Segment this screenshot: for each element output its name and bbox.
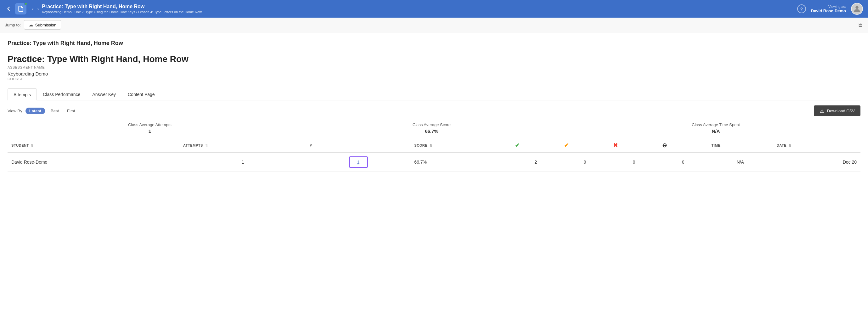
table-header: STUDENT ⇅ ATTEMPTS ⇅ # SCORE ⇅ ✔ <box>7 139 861 152</box>
stats-row: Class Average Attempts 1 Class Average S… <box>7 122 861 134</box>
help-button[interactable]: ? <box>797 4 806 13</box>
tabs: Attempts Class Performance Answer Key Co… <box>7 89 861 100</box>
th-attempts: ATTEMPTS ⇅ <box>179 139 306 152</box>
tab-content-page[interactable]: Content Page <box>122 89 161 100</box>
view-by-label: View By <box>7 108 22 113</box>
download-icon <box>819 108 825 113</box>
jump-right: 🖥 <box>857 22 863 28</box>
sort-arrow-attempts[interactable]: ⇅ <box>205 144 208 147</box>
view-by-first[interactable]: First <box>64 108 78 114</box>
jump-to-label: Jump to: <box>5 23 21 27</box>
submission-label: Submission <box>35 23 56 27</box>
view-by-row: View By Latest Best First Download CSV <box>7 105 861 116</box>
td-wrong: 0 <box>609 152 658 172</box>
user-name: David Rose-Demo <box>811 8 846 13</box>
td-time: N/A <box>708 152 773 172</box>
wrong-x-icon: ✖ <box>613 142 618 149</box>
th-hash: # <box>306 139 411 152</box>
td-partial: 0 <box>560 152 609 172</box>
td-score: 66.7% <box>410 152 511 172</box>
stat-avg-score-label: Class Average Score <box>412 122 451 127</box>
th-wrong: ✖ <box>609 139 658 152</box>
submission-jump-button[interactable]: ☁ Submission <box>24 20 61 30</box>
th-time: TIME <box>708 139 773 152</box>
td-date: Dec 20 <box>773 152 861 172</box>
td-student: David Rose-Demo <box>7 152 179 172</box>
nav-title: Practice: Type with Right Hand, Home Row <box>42 4 202 9</box>
cloud-icon: ☁ <box>29 22 33 28</box>
status-dot <box>24 2 27 5</box>
attempts-table: STUDENT ⇅ ATTEMPTS ⇅ # SCORE ⇅ ✔ <box>7 139 861 172</box>
td-skipped: 0 <box>658 152 708 172</box>
td-hash: 1 <box>306 152 411 172</box>
stat-avg-time-value: N/A <box>692 128 740 134</box>
prev-lesson-button[interactable]: ‹ <box>31 6 35 12</box>
tab-class-performance[interactable]: Class Performance <box>37 89 86 100</box>
top-nav: ‹ › Practice: Type with Right Hand, Home… <box>0 0 868 18</box>
assessment-name-label: ASSESSMENT NAME <box>7 65 861 69</box>
th-score: SCORE ⇅ <box>410 139 511 152</box>
tab-attempts[interactable]: Attempts <box>7 89 37 100</box>
nav-breadcrumb: Keyboarding Demo / Unit 2: Type Using th… <box>42 10 202 14</box>
skipped-minus-icon: ⊖ <box>662 142 667 149</box>
assessment-section: Practice: Type With Right Hand, Home Row… <box>7 54 861 81</box>
download-csv-button[interactable]: Download CSV <box>814 105 861 116</box>
partial-check-icon: ✔ <box>564 142 569 149</box>
assessment-name: Practice: Type With Right Hand, Home Row <box>7 54 861 64</box>
correct-check-icon: ✔ <box>515 142 520 149</box>
jump-bar: Jump to: ☁ Submission 🖥 <box>0 18 868 32</box>
stat-avg-time: Class Average Time Spent N/A <box>692 122 740 134</box>
th-skipped: ⊖ <box>658 139 708 152</box>
sort-arrow-student[interactable]: ⇅ <box>31 144 34 147</box>
nav-arrows: ‹ › <box>31 6 40 12</box>
stat-avg-score: Class Average Score 66.7% <box>412 122 451 134</box>
monitor-icon[interactable]: 🖥 <box>857 22 863 28</box>
doc-icon <box>15 3 26 14</box>
next-lesson-button[interactable]: › <box>36 6 40 12</box>
hash-link[interactable]: 1 <box>357 160 360 165</box>
th-date: DATE ⇅ <box>773 139 861 152</box>
viewing-as-label: Viewing as: <box>828 5 846 8</box>
table-body: David Rose-Demo 1 1 66.7% 2 0 <box>7 152 861 172</box>
main-content: Practice: Type with Right Hand, Home Row… <box>0 32 868 172</box>
stat-avg-attempts-label: Class Average Attempts <box>128 122 172 127</box>
sort-arrow-date[interactable]: ⇅ <box>789 144 792 147</box>
stat-avg-attempts: Class Average Attempts 1 <box>128 122 172 134</box>
th-correct: ✔ <box>511 139 560 152</box>
course-name: Keyboarding Demo <box>7 71 861 76</box>
avatar[interactable] <box>851 3 863 15</box>
stat-avg-score-value: 66.7% <box>412 128 451 134</box>
back-button[interactable] <box>5 5 12 12</box>
page-title: Practice: Type with Right Hand, Home Row <box>7 40 861 46</box>
nav-user-info: Viewing as: David Rose-Demo <box>811 5 846 13</box>
sort-arrow-score[interactable]: ⇅ <box>430 144 432 147</box>
course-label: COURSE <box>7 77 861 81</box>
svg-point-0 <box>856 6 858 9</box>
table-row: David Rose-Demo 1 1 66.7% 2 0 <box>7 152 861 172</box>
th-partial: ✔ <box>560 139 609 152</box>
td-attempts: 1 <box>179 152 306 172</box>
view-by-best[interactable]: Best <box>48 108 61 114</box>
stat-avg-attempts-value: 1 <box>128 128 172 134</box>
stat-avg-time-label: Class Average Time Spent <box>692 122 740 127</box>
download-csv-label: Download CSV <box>827 108 855 113</box>
td-correct: 2 <box>511 152 560 172</box>
highlighted-hash-cell: 1 <box>349 156 368 168</box>
th-student: STUDENT ⇅ <box>7 139 179 152</box>
tab-answer-key[interactable]: Answer Key <box>86 89 122 100</box>
view-by-latest[interactable]: Latest <box>26 108 45 114</box>
nav-right: ? Viewing as: David Rose-Demo <box>797 3 863 15</box>
nav-title-area: Practice: Type with Right Hand, Home Row… <box>42 4 202 14</box>
